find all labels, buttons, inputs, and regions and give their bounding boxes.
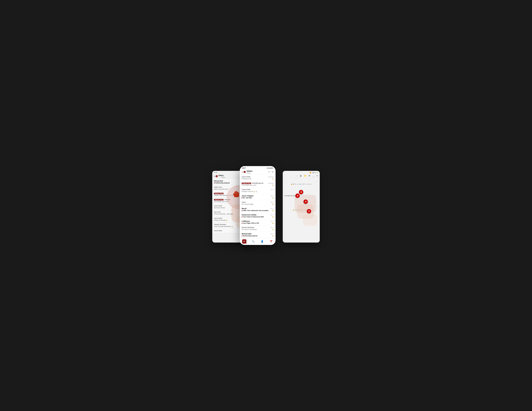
list-item[interactable]: Lufthansa Jun 4 Your Flight: FRA to JFK … bbox=[240, 219, 276, 225]
sender: Steph Cohn bbox=[214, 186, 222, 188]
lock-icon: 🔒 bbox=[272, 204, 274, 205]
subject: Phishing Email bbox=[242, 178, 251, 180]
folder-icon[interactable]: 📁 bbox=[304, 175, 306, 177]
phone-email-list: Carol Smith yesterday Phishing Email 🔒 T… bbox=[240, 175, 276, 238]
list-item[interactable]: Tutanota Team hello@tutao.de yesterday Y… bbox=[240, 181, 276, 187]
sender: Tutanota Team hello@tutao.de bbox=[242, 182, 263, 184]
nav-calendar[interactable]: 📅 bbox=[269, 239, 273, 244]
phone-inbox-title: Inbox bbox=[247, 170, 252, 172]
phone-status-icons: ▾▾ ▮ 100% bbox=[267, 167, 273, 169]
subject: FWD: Your submission was accepted. bbox=[242, 210, 269, 211]
subject: Invitation: Kick-off 🔒 📎 bbox=[242, 191, 257, 192]
scene: 07:37 Fri 16. Jun ≡ 1 Inbox Online ⚌ ⊙ M… bbox=[212, 164, 320, 247]
close-button-2[interactable] bbox=[295, 194, 300, 198]
svg-rect-0 bbox=[236, 191, 237, 195]
date: Jun 4 bbox=[270, 220, 274, 222]
lock-icon: 🔒 bbox=[272, 223, 274, 224]
date: Jun 4 bbox=[270, 201, 274, 203]
phone-online-status: Online bbox=[247, 172, 252, 174]
compose-icon-right[interactable]: ✏ bbox=[316, 175, 318, 177]
compose-icon[interactable]: ✏ bbox=[272, 171, 274, 173]
nav-search[interactable]: 🔍 bbox=[251, 239, 255, 244]
lock-icon: 🔒 bbox=[272, 216, 274, 217]
lock-icon: 🔒 bbox=[272, 185, 274, 186]
header-left-section: ≡ 1 Inbox Online bbox=[214, 175, 225, 178]
subject: Your invite to Gamescom 2023 bbox=[242, 216, 264, 218]
battery-pct-phone: 100% bbox=[270, 167, 273, 169]
phone-inbox-badge: 1 bbox=[244, 171, 246, 173]
wifi-icon-phone: ▾▾ bbox=[267, 167, 268, 169]
close-button-1[interactable] bbox=[299, 190, 303, 194]
forward-icon[interactable]: → bbox=[296, 175, 298, 177]
tr-timestamp1: 🔒 🖼 Thu, 24 Nov 2022 · 10:15 am bbox=[285, 183, 318, 185]
sender: Michael Bell bbox=[242, 233, 251, 235]
tr-content: … 🔒 🖼 Thu, 24 Nov 2022 · 10:15 am encryp… bbox=[283, 178, 320, 213]
list-item[interactable]: Michael Bell Jun 4 Partnership proposal … bbox=[240, 232, 276, 238]
online-status-left: Online bbox=[218, 176, 225, 178]
tr-toolbar: → 🗑 📁 👁 … ✏ bbox=[283, 174, 320, 178]
date: yesterday bbox=[268, 176, 274, 177]
phone-header-icons: ☺ ✏ bbox=[268, 171, 274, 173]
nav-contacts[interactable]: 👤 bbox=[260, 239, 264, 244]
hamburger-icon[interactable]: ≡ bbox=[214, 175, 215, 177]
blob-rt-3 bbox=[303, 214, 317, 226]
list-item[interactable]: Gamescom Global Jun 4 Your invite to Gam… bbox=[240, 213, 276, 219]
date: Jun 5 bbox=[270, 189, 274, 190]
sender: Nick Freh bbox=[214, 211, 221, 213]
subject: Re: Need to reschedule bbox=[242, 229, 257, 230]
lock-icon: 🔒 bbox=[272, 229, 274, 230]
time-left: 07:37 bbox=[214, 172, 217, 173]
close-button-3[interactable] bbox=[304, 199, 308, 204]
sender: Edward Snowden bbox=[214, 224, 226, 225]
sender: Carol Smith bbox=[214, 230, 222, 232]
phone-header-left: ≡ 1 Inbox Online bbox=[242, 170, 252, 174]
subject: Re: Job Offer bbox=[242, 197, 252, 199]
inbox-badge-left: 1 bbox=[216, 175, 218, 177]
battery-icon-phone: ▮ bbox=[269, 167, 269, 169]
svg-rect-5 bbox=[233, 193, 235, 196]
date: yesterday bbox=[268, 182, 274, 184]
phone-time: 08:07 bbox=[242, 167, 246, 169]
hamburger-icon-phone[interactable]: ≡ bbox=[242, 171, 243, 173]
sender: Carol Smith bbox=[214, 205, 222, 207]
hide-icon[interactable]: 👁 bbox=[308, 175, 311, 177]
hand-stop-icon bbox=[233, 190, 240, 200]
lock-icon: 🔒 bbox=[272, 235, 274, 236]
svg-rect-4 bbox=[234, 194, 239, 197]
subject: Re: Annual budget bbox=[242, 203, 254, 205]
subject: Partnership proposal bbox=[242, 235, 257, 237]
delete-icon[interactable]: 🗑 bbox=[300, 175, 302, 177]
more-icon[interactable]: … bbox=[313, 175, 314, 177]
list-item[interactable]: Jason Chaplen Jun 5 Re: Job Offer 🔒 bbox=[240, 194, 276, 200]
sender: Michael Bell bbox=[214, 180, 223, 182]
list-item[interactable]: Richard McEwan Jun 4 Re: Need to resched… bbox=[240, 225, 276, 232]
sender: Jason Chaplen bbox=[242, 195, 254, 197]
tag-tutanota: Tutanota Team bbox=[242, 183, 251, 184]
date: Jun 5 bbox=[270, 195, 274, 196]
list-item[interactable]: Bernd Jun 4 FWD: Your submission was acc… bbox=[240, 206, 276, 213]
sender: Gamescom Global bbox=[242, 214, 256, 216]
list-item[interactable]: Carol Smith yesterday Phishing Email 🔒 bbox=[240, 175, 276, 181]
tr-status-bar: 📶 100 % 🔋 bbox=[283, 171, 320, 174]
subject: Your Flight: FRA to JFK bbox=[242, 222, 259, 224]
phone-bottom-nav: ✉ 🔍 👤 📅 bbox=[240, 238, 276, 245]
date: Jun 4 bbox=[270, 208, 274, 209]
list-item[interactable]: Carol Smith Jun 5 Invitation: Kick-off 🔒… bbox=[240, 187, 276, 194]
date: Jun 4 bbox=[270, 227, 274, 228]
sender: Tutanota Team bbox=[214, 193, 224, 194]
battery-icon-right: 🔋 bbox=[316, 172, 318, 173]
close-button-4[interactable] bbox=[307, 209, 311, 213]
sender: Carol Smith bbox=[242, 188, 250, 190]
lock-icon: 🔒 bbox=[272, 197, 274, 198]
smiley-icon[interactable]: ☺ bbox=[268, 171, 270, 173]
lock-icon: 🔒 bbox=[272, 178, 274, 179]
sender: Richard McEwan bbox=[242, 226, 254, 228]
tr-dots[interactable]: … bbox=[285, 179, 318, 182]
list-item[interactable]: Carol Jun 4 Re: Annual budget 🔒 bbox=[240, 200, 276, 206]
phone-header: ≡ 1 Inbox Online ☺ ✏ bbox=[240, 169, 276, 175]
battery-pct-right: 100 % bbox=[312, 172, 316, 173]
wifi-icon-right: 📶 bbox=[310, 172, 311, 173]
nav-mail[interactable]: ✉ bbox=[242, 239, 247, 244]
tablet-right: 📶 100 % 🔋 → 🗑 📁 👁 … ✏ … 🔒 🖼 Thu, 24 Nov … bbox=[283, 171, 320, 243]
sender: Carol Smith bbox=[242, 176, 250, 178]
